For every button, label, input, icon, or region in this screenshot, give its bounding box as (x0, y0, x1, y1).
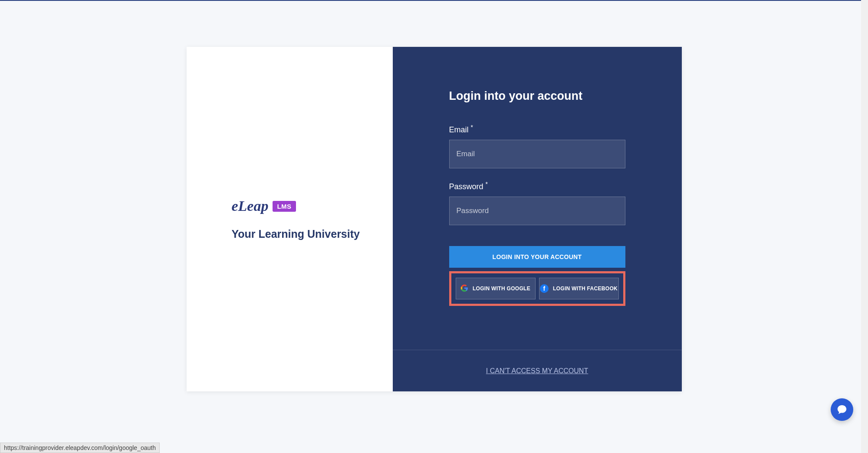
chat-icon (836, 404, 848, 415)
form-panel: Login into your account Email * Password… (393, 47, 682, 391)
oauth-highlight-box: LOGIN WITH GOOGLE f LOGIN WITH FACEBOOK (449, 271, 625, 306)
login-button[interactable]: LOGIN INTO YOUR ACCOUNT (449, 246, 625, 268)
scrollbar[interactable] (861, 0, 868, 453)
logo-wrap: eLeap LMS (232, 198, 371, 214)
login-card: eLeap LMS Your Learning University Login… (187, 47, 682, 391)
facebook-icon: f (540, 284, 549, 293)
eleap-logo: eLeap (232, 198, 269, 214)
brand-panel: eLeap LMS Your Learning University (187, 47, 393, 391)
login-with-google-button[interactable]: LOGIN WITH GOOGLE (456, 278, 536, 299)
required-mark: * (471, 124, 473, 131)
chat-widget-button[interactable] (831, 398, 853, 421)
cant-access-link[interactable]: I CAN'T ACCESS MY ACCOUNT (486, 367, 588, 375)
browser-status-bar: https://trainingprovider.eleapdev.com/lo… (0, 443, 160, 453)
password-label-text: Password (449, 182, 483, 191)
password-input[interactable] (449, 197, 625, 225)
email-label-text: Email (449, 125, 469, 134)
footer-area: I CAN'T ACCESS MY ACCOUNT (393, 350, 682, 391)
login-with-facebook-button[interactable]: f LOGIN WITH FACEBOOK (539, 278, 619, 299)
logo-text: eLeap (232, 198, 269, 214)
facebook-button-label: LOGIN WITH FACEBOOK (553, 286, 618, 292)
google-button-label: LOGIN WITH GOOGLE (473, 286, 530, 292)
form-heading: Login into your account (449, 89, 625, 103)
email-label: Email * (449, 124, 625, 135)
google-icon (460, 284, 468, 293)
brand-title: Your Learning University (232, 227, 371, 240)
page-container: eLeap LMS Your Learning University Login… (0, 1, 868, 391)
lms-badge: LMS (273, 201, 296, 212)
email-input[interactable] (449, 140, 625, 168)
password-label: Password * (449, 181, 625, 191)
form-area: Login into your account Email * Password… (393, 47, 682, 350)
required-mark: * (486, 181, 488, 187)
